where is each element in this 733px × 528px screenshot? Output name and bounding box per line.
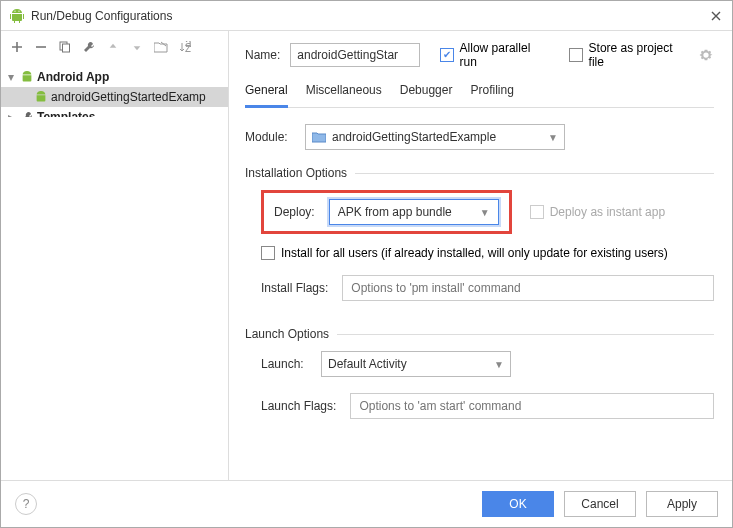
wrench-icon[interactable] — [79, 37, 99, 57]
gear-icon[interactable] — [699, 47, 714, 63]
module-icon — [312, 131, 326, 143]
store-as-project-checkbox[interactable]: Store as project file — [569, 41, 685, 69]
launch-flags-label: Launch Flags: — [261, 399, 336, 413]
config-toolbar: az — [1, 31, 228, 65]
module-select[interactable]: androidGettingStartedExample ▼ — [305, 124, 565, 150]
svg-text:z: z — [185, 41, 191, 53]
tree-label: Android App — [37, 70, 109, 84]
install-flags-input[interactable] — [342, 275, 714, 301]
up-icon[interactable] — [103, 37, 123, 57]
android-icon — [19, 69, 35, 85]
close-icon[interactable] — [708, 8, 724, 24]
svg-point-1 — [18, 10, 19, 11]
tab-debugger[interactable]: Debugger — [400, 83, 453, 107]
install-flags-label: Install Flags: — [261, 281, 328, 295]
tab-miscellaneous[interactable]: Miscellaneous — [306, 83, 382, 107]
section-launch: Launch Options — [245, 327, 329, 341]
tab-profiling[interactable]: Profiling — [470, 83, 513, 107]
apply-button[interactable]: Apply — [646, 491, 718, 517]
expand-icon[interactable]: ▸ — [5, 110, 17, 117]
tree-node-templates[interactable]: ▸ Templates — [1, 107, 228, 117]
folder-icon[interactable] — [151, 37, 171, 57]
remove-icon[interactable] — [31, 37, 51, 57]
android-logo-icon — [9, 8, 25, 24]
down-icon[interactable] — [127, 37, 147, 57]
svg-point-0 — [14, 10, 15, 11]
expand-icon[interactable]: ▾ — [5, 70, 17, 84]
chevron-down-icon: ▼ — [494, 359, 504, 370]
tree-label: Templates — [37, 110, 95, 117]
launch-flags-input[interactable] — [350, 393, 714, 419]
install-all-users-checkbox[interactable]: Install for all users (if already instal… — [261, 246, 668, 260]
add-icon[interactable] — [7, 37, 27, 57]
deploy-value: APK from app bundle — [338, 205, 480, 219]
allow-parallel-checkbox[interactable]: Allow parallel run — [440, 41, 545, 69]
svg-rect-3 — [63, 44, 70, 52]
name-label: Name: — [245, 48, 280, 62]
sort-icon[interactable]: az — [175, 37, 195, 57]
deploy-label: Deploy: — [274, 205, 315, 219]
deploy-instant-app-checkbox: Deploy as instant app — [530, 205, 665, 219]
cancel-button[interactable]: Cancel — [564, 491, 636, 517]
module-label: Module: — [245, 130, 305, 144]
checkbox-label: Install for all users (if already instal… — [281, 246, 668, 260]
deploy-highlight: Deploy: APK from app bundle ▼ — [261, 190, 512, 234]
tree-node-android-app[interactable]: ▾ Android App — [1, 67, 228, 87]
tree-label: androidGettingStartedExamp — [51, 90, 206, 104]
section-installation: Installation Options — [245, 166, 347, 180]
deploy-select[interactable]: APK from app bundle ▼ — [329, 199, 499, 225]
checkbox-label: Allow parallel run — [460, 41, 546, 69]
ok-button[interactable]: OK — [482, 491, 554, 517]
tab-general[interactable]: General — [245, 83, 288, 108]
android-icon — [33, 89, 49, 105]
launch-value: Default Activity — [328, 357, 494, 371]
checkbox-label: Store as project file — [589, 41, 685, 69]
help-button[interactable]: ? — [15, 493, 37, 515]
checkbox-label: Deploy as instant app — [550, 205, 665, 219]
launch-select[interactable]: Default Activity ▼ — [321, 351, 511, 377]
launch-label: Launch: — [261, 357, 321, 371]
wrench-icon — [19, 109, 35, 117]
tree-node-config-selected[interactable]: androidGettingStartedExamp — [1, 87, 228, 107]
chevron-down-icon: ▼ — [548, 132, 558, 143]
copy-icon[interactable] — [55, 37, 75, 57]
name-input[interactable] — [290, 43, 420, 67]
chevron-down-icon: ▼ — [480, 207, 490, 218]
window-title: Run/Debug Configurations — [31, 9, 708, 23]
module-value: androidGettingStartedExample — [332, 130, 496, 144]
